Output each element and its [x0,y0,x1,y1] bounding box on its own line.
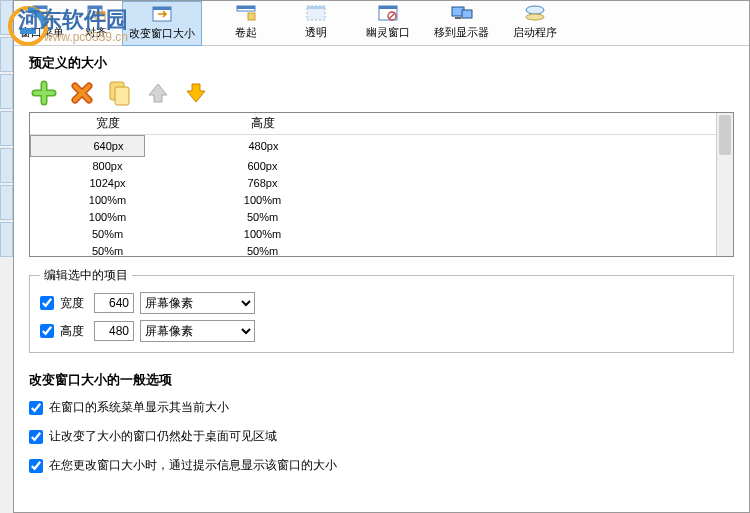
height-unit-select[interactable]: 屏幕像素 [140,320,255,342]
width-unit-select[interactable]: 屏幕像素 [140,292,255,314]
resize-icon [151,4,173,24]
table-cell: 600px [185,160,340,172]
left-tab-strip [0,0,13,513]
svg-rect-21 [455,17,461,19]
opt3-checkbox[interactable] [29,459,43,473]
table-cell: 50%m [30,245,185,257]
left-tab[interactable] [0,74,13,109]
table-cell: 800px [30,160,185,172]
svg-rect-14 [307,6,325,9]
edit-selected-group: 编辑选中的项目 宽度 屏幕像素 高度 屏幕像素 [29,267,734,353]
width-label: 宽度 [60,295,88,312]
sizes-grid[interactable]: 宽度 高度 640px480px800px600px1024px768px100… [29,112,734,257]
toolbar-launch[interactable]: 启动程序 [507,1,563,46]
table-row[interactable]: 50%m50%m [30,242,716,256]
opt3-label: 在您更改窗口大小时，通过提示信息显示该窗口的大小 [49,457,337,474]
toolbar-label: 改变窗口大小 [129,26,195,41]
toolbar-label: 启动程序 [513,25,557,40]
toolbar-label: 卷起 [235,25,257,40]
toolbar-label: 窗口菜单 [20,25,64,40]
window-menu-icon [31,3,53,23]
move-up-button[interactable] [145,80,171,106]
toolbar-transparent[interactable]: 透明 [290,1,342,46]
left-tab[interactable] [0,111,13,146]
col-height[interactable]: 高度 [185,115,340,132]
general-options-title: 改变窗口大小的一般选项 [29,371,734,389]
left-tab[interactable] [0,222,13,257]
rollup-icon [235,3,257,23]
opt2-checkbox[interactable] [29,430,43,444]
width-input[interactable] [94,293,134,313]
svg-rect-20 [462,10,472,18]
toolbar-label: 对齐 [85,25,107,40]
action-bar [29,80,734,106]
svg-rect-5 [88,6,102,9]
top-toolbar: 窗口菜单 对齐 改变窗口大小 卷起 透明 幽灵窗口 移到显示器 启动程序 [14,1,749,46]
toolbar-label: 移到显示器 [434,25,489,40]
table-row[interactable]: 50%m100%m [30,225,716,242]
ghost-icon [377,3,399,23]
table-row[interactable]: 640px480px [30,135,145,157]
table-row[interactable]: 100%m100%m [30,191,716,208]
table-cell: 100%m [185,194,340,206]
toolbar-move-monitor[interactable]: 移到显示器 [428,1,495,46]
launch-icon [524,3,546,23]
svg-rect-11 [237,6,255,9]
opt1-checkbox[interactable] [29,401,43,415]
table-cell: 100%m [30,194,185,206]
predefined-sizes-title: 预定义的大小 [29,54,734,72]
left-tab[interactable] [0,148,13,183]
svg-point-22 [526,6,544,14]
toolbar-align[interactable]: 对齐 [70,1,122,46]
edit-legend: 编辑选中的项目 [40,267,132,284]
grid-header: 宽度 高度 [30,113,716,135]
height-checkbox[interactable] [40,324,54,338]
toolbar-label: 幽灵窗口 [366,25,410,40]
table-cell: 1024px [30,177,185,189]
toolbar-window-menu[interactable]: 窗口菜单 [14,1,70,46]
table-row[interactable]: 100%m50%m [30,208,716,225]
copy-button[interactable] [107,80,133,106]
left-tab[interactable] [0,37,13,72]
table-row[interactable]: 800px600px [30,157,716,174]
height-label: 高度 [60,323,88,340]
svg-rect-7 [96,12,105,14]
content-area: 预定义的大小 宽度 高度 64 [14,46,749,512]
table-cell: 50%m [30,228,185,240]
delete-button[interactable] [69,80,95,106]
transparent-icon [305,3,327,23]
monitor-icon [451,3,473,23]
opt1-label: 在窗口的系统菜单显示其当前大小 [49,399,229,416]
left-tab[interactable] [0,185,13,220]
svg-rect-9 [153,7,171,10]
col-width[interactable]: 宽度 [30,115,185,132]
svg-rect-16 [379,6,397,9]
toolbar-ghost[interactable]: 幽灵窗口 [360,1,416,46]
toolbar-resize[interactable]: 改变窗口大小 [122,1,202,46]
grid-scrollbar[interactable] [716,113,733,256]
table-cell: 480px [186,140,341,152]
table-cell: 100%m [185,228,340,240]
svg-rect-12 [248,13,255,20]
svg-rect-1 [33,6,47,9]
align-icon [85,3,107,23]
scrollbar-thumb[interactable] [719,115,731,155]
table-cell: 640px [31,140,186,152]
general-options-section: 改变窗口大小的一般选项 在窗口的系统菜单显示其当前大小 让改变了大小的窗口仍然处… [29,371,734,474]
toolbar-label: 透明 [305,25,327,40]
height-input[interactable] [94,321,134,341]
main-panel: 窗口菜单 对齐 改变窗口大小 卷起 透明 幽灵窗口 移到显示器 启动程序 [13,0,750,513]
width-checkbox[interactable] [40,296,54,310]
table-cell: 50%m [185,245,340,257]
left-tab[interactable] [0,0,13,35]
table-row[interactable]: 1024px768px [30,174,716,191]
move-down-button[interactable] [183,80,209,106]
svg-point-23 [526,14,544,20]
table-cell: 768px [185,177,340,189]
svg-rect-3 [39,12,50,14]
toolbar-rollup[interactable]: 卷起 [220,1,272,46]
add-button[interactable] [31,80,57,106]
table-cell: 100%m [30,211,185,223]
opt2-label: 让改变了大小的窗口仍然处于桌面可见区域 [49,428,277,445]
svg-rect-25 [115,87,129,105]
